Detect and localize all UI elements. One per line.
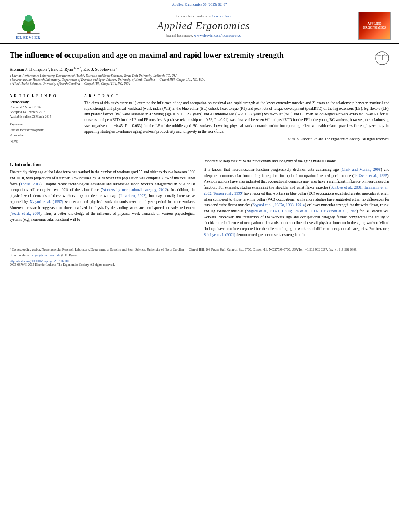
crossmark-icon: CrossMark	[375, 51, 389, 66]
elsevier-tree-icon: ⸻⸻⸻	[12, 12, 45, 35]
email-footnote: E-mail address: edryan@email.unc.edu (E.…	[10, 253, 389, 258]
crossmark: CrossMark	[375, 51, 389, 66]
journal-title: Applied Ergonomics	[51, 20, 356, 32]
elsevier-logo: ⸻⸻⸻ ELSEVIER	[6, 12, 51, 39]
top-bar: Applied Ergonomics 50 (2015) 62–67	[0, 0, 399, 8]
journal-reference: Applied Ergonomics 50 (2015) 62–67	[172, 2, 227, 6]
header-left: ⸻⸻⸻ ELSEVIER	[6, 12, 51, 39]
intro-para-1: The rapidly rising age of the labor forc…	[10, 169, 195, 222]
homepage-link[interactable]: www.elsevier.com/locate/apergo	[194, 33, 241, 37]
keyword-2: Blue collar	[10, 133, 78, 138]
keywords-label: Keywords:	[10, 123, 78, 126]
body-right-column: important to help maximize the productiv…	[204, 158, 389, 240]
header-center: Contents lists available at ScienceDirec…	[51, 14, 356, 37]
nygard-era-ref[interactable]: Nygard et al., 1987a, 1991a; Era et al.,…	[246, 209, 356, 213]
nygard-1997-ref[interactable]: Nygard et al. (1997)	[30, 200, 63, 204]
page: Applied Ergonomics 50 (2015) 62–67 ⸻⸻⸻ E…	[0, 0, 399, 532]
affiliation-b: b Neuromuscular Research Laboratory, Dep…	[10, 78, 389, 82]
clark-manini-ref[interactable]: Clark and Manini, 2008	[342, 168, 381, 172]
article-area: The influence of occupation and age on m…	[0, 44, 399, 158]
nygard-1987a-ref[interactable]: Nygard et al., 1987a, 1988, 1991a	[253, 203, 305, 207]
logo-text: APPLIEDERGONOMICS	[363, 22, 386, 30]
issn-line: 0003-6870/© 2015 Elsevier Ltd and The Er…	[10, 263, 389, 267]
toossi-ref[interactable]: Toossi, 2012	[21, 182, 41, 186]
affiliation-a: a Human Performance Laboratory, Departme…	[10, 74, 389, 78]
keywords-section: Keywords: Rate of force development Blue…	[10, 123, 78, 144]
introduction-heading: 1. Introduction	[10, 162, 195, 168]
sciencedirect-line: Contents lists available at ScienceDirec…	[51, 14, 356, 18]
keyword-1: Rate of force development	[10, 127, 78, 133]
svg-text:⸻⸻⸻: ⸻⸻⸻	[26, 32, 32, 34]
elsevier-label: ELSEVIER	[16, 35, 41, 39]
header: ⸻⸻⸻ ELSEVIER Contents lists available at…	[0, 8, 399, 44]
applied-ergonomics-logo: APPLIEDERGONOMICS	[358, 12, 391, 40]
doi-line[interactable]: http://dx.doi.org/10.1016/j.apergo.2015.…	[10, 259, 389, 263]
affiliations: a Human Performance Laboratory, Departme…	[10, 74, 389, 86]
abstract-heading: A B S T R A C T	[84, 94, 389, 98]
affiliation-c: c Allied Health Sciences, University of …	[10, 82, 389, 86]
dezwart-ref[interactable]: de Zwart et al., 1995	[354, 174, 387, 178]
header-right: APPLIEDERGONOMICS	[356, 12, 393, 40]
article-info-column: A R T I C L E I N F O Article history: R…	[10, 94, 78, 144]
online-date: Available online 23 March 2015	[10, 115, 78, 119]
section-divider-2	[10, 148, 389, 148]
corresponding-footnote: * Corresponding author. Neuromuscular Re…	[10, 247, 389, 252]
email-link[interactable]: edryan@email.unc.edu	[31, 253, 60, 257]
abstract-column: A B S T R A C T The aims of this study w…	[84, 94, 389, 144]
received-date: Received 2 March 2014	[10, 105, 78, 110]
body-two-col: 1. Introduction The rapidly rising age o…	[10, 158, 389, 240]
section-divider-1	[10, 90, 389, 90]
copyright: © 2015 Elsevier Ltd and The Ergonomics S…	[84, 137, 389, 141]
schibye-ref[interactable]: Schibye et al., 2001; Tammelin et al., 2…	[204, 185, 389, 195]
history-label: Article history:	[10, 100, 78, 104]
authors: Brennan J. Thompson a, Eric D. Ryan b, c…	[10, 66, 389, 72]
sciencedirect-link[interactable]: ScienceDirect	[212, 14, 232, 18]
article-title: The influence of occupation and age on m…	[10, 50, 371, 60]
footnote-area: * Corresponding author. Neuromuscular Re…	[0, 244, 399, 268]
journal-homepage: journal homepage: www.elsevier.com/locat…	[51, 33, 356, 37]
doi-text[interactable]: http://dx.doi.org/10.1016/j.apergo.2015.…	[10, 259, 70, 263]
intro-para-2: important to help maximize the productiv…	[204, 158, 389, 164]
body-content: 1. Introduction The rapidly rising age o…	[0, 158, 399, 240]
workers-cat-ref[interactable]: Workers by occupational category, 2012	[102, 188, 167, 192]
intro-para-3: It is known that neuromuscular function …	[204, 167, 389, 238]
keyword-3: Aging	[10, 138, 78, 144]
article-history: Article history: Received 2 March 2014 A…	[10, 100, 78, 119]
article-info-heading: A R T I C L E I N F O	[10, 94, 78, 98]
article-info-abstract: A R T I C L E I N F O Article history: R…	[10, 94, 389, 144]
svg-point-3	[25, 15, 32, 21]
body-left-column: 1. Introduction The rapidly rising age o…	[10, 158, 195, 240]
yeatts-ref[interactable]: Yeatts et al., 2000	[11, 212, 40, 216]
abstract-text: The aims of this study were to 1) examin…	[84, 100, 389, 135]
schibye-2001-ref[interactable]: Schibye et al. (2001)	[204, 233, 235, 237]
sciencedirect-prefix: Contents lists available at	[175, 14, 212, 18]
homepage-prefix: journal homepage:	[166, 33, 194, 37]
accepted-date: Accepted 18 February 2015	[10, 110, 78, 115]
ilmarinen-ref[interactable]: Ilmarinen, 2002	[120, 194, 145, 198]
